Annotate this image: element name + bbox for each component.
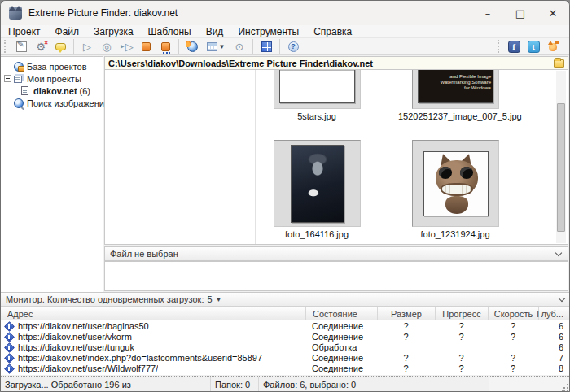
table-row[interactable]: https://diakov.net/user/vkorm Соединение… bbox=[1, 331, 570, 342]
thumbnail-image bbox=[291, 145, 344, 223]
thumbnail-foto-1231924[interactable]: foto_1231924.jpg bbox=[412, 140, 499, 239]
project-doc-icon bbox=[21, 86, 28, 95]
menu-templates[interactable]: Шаблоны bbox=[141, 26, 199, 37]
toolbar: ⚙× ▷ ◎ ‣▷ ▼ ⊙ ? f t bbox=[1, 37, 569, 55]
toolbar-separator bbox=[178, 39, 179, 54]
vertical-scrollbar[interactable] bbox=[556, 71, 566, 243]
dropdown-arrow-icon: ▼ bbox=[219, 43, 226, 50]
row-speed: ? bbox=[488, 363, 538, 373]
mascot-icon bbox=[547, 41, 559, 52]
table-row[interactable]: https://diakov.net/user/tunguk Обработка… bbox=[1, 342, 570, 352]
row-depth: 6 bbox=[538, 331, 570, 342]
help-button[interactable]: ? bbox=[283, 38, 303, 54]
app-window: Extreme Picture Finder: diakov.net – □ ✕… bbox=[0, 0, 570, 392]
red-x-badge-icon: × bbox=[44, 39, 48, 46]
column-header-speed[interactable]: Скорость bbox=[488, 307, 538, 320]
tree-item-project-database[interactable]: База проектов bbox=[4, 60, 103, 72]
tree-item-label: Поиск изображений bbox=[27, 98, 109, 108]
maximize-button[interactable]: □ bbox=[504, 1, 537, 25]
comment-bubble-icon bbox=[55, 43, 66, 50]
close-button[interactable]: ✕ bbox=[537, 1, 569, 25]
column-header-size[interactable]: Размер bbox=[377, 307, 435, 320]
table-row[interactable]: https://diakov.net/user/Wildwolf777/ Сое… bbox=[1, 363, 570, 373]
project-count: (6) bbox=[80, 86, 90, 96]
thumbnails-view-button[interactable] bbox=[256, 38, 276, 54]
menu-tools[interactable]: Инструменты bbox=[230, 26, 306, 37]
tree-item-my-projects[interactable]: Мои проекты bbox=[4, 72, 103, 85]
stop-all-button[interactable] bbox=[156, 38, 175, 54]
resize-grip[interactable] bbox=[562, 384, 569, 391]
collapse-expander[interactable] bbox=[4, 75, 11, 82]
facebook-button[interactable]: f bbox=[504, 38, 524, 54]
menu-file[interactable]: Файл bbox=[48, 26, 87, 37]
monitor-table: https://diakov.net/user/baginas50 Соедин… bbox=[1, 320, 570, 375]
menu-project[interactable]: Проект bbox=[1, 26, 48, 37]
file-info-header[interactable]: Файл не выбран bbox=[104, 246, 568, 261]
row-depth: 7 bbox=[538, 352, 570, 363]
row-size: ? bbox=[377, 363, 435, 373]
menu-view[interactable]: Вид bbox=[199, 26, 231, 37]
stop-all-icon bbox=[161, 42, 170, 51]
downloads-count-dropdown-icon[interactable]: ▼ bbox=[216, 296, 222, 303]
concurrent-downloads-value[interactable]: 5 bbox=[207, 294, 212, 304]
tree-item-label: diakov.net bbox=[33, 86, 77, 96]
tree-item-image-search[interactable]: Поиск изображений bbox=[4, 97, 103, 109]
table-row[interactable]: https://diakov.net/user/baginas50 Соедин… bbox=[1, 320, 570, 331]
project-settings-button[interactable]: ⚙× bbox=[31, 38, 50, 54]
menu-download[interactable]: Загрузка bbox=[86, 26, 141, 37]
row-state: Соединение bbox=[305, 352, 377, 363]
view-mode-dropdown[interactable]: ▼ bbox=[202, 38, 230, 54]
row-size: ? bbox=[377, 331, 435, 342]
thumbnail-filename: 5stars.jpg bbox=[260, 111, 374, 121]
continue-download-button[interactable]: ‣▷ bbox=[116, 38, 136, 54]
thumbnail-1520251237[interactable]: and Flexible Image Watermarking Software… bbox=[412, 70, 499, 121]
chevron-down-icon[interactable] bbox=[559, 294, 565, 301]
chevron-down-icon[interactable] bbox=[555, 249, 562, 255]
monitor-label: Монитор. Количество одновременных загруз… bbox=[6, 294, 204, 304]
comments-button[interactable] bbox=[50, 38, 70, 54]
row-url: https://diakov.net/user/tunguk bbox=[18, 342, 134, 352]
thumbnail-foto-164116[interactable]: foto_164116.jpg bbox=[274, 140, 361, 239]
globe-flame-icon bbox=[187, 41, 198, 52]
project-database-icon bbox=[14, 62, 24, 72]
table-view-icon bbox=[207, 42, 217, 51]
row-size bbox=[377, 342, 435, 352]
new-project-button[interactable] bbox=[11, 38, 31, 54]
row-size: ? bbox=[377, 320, 435, 331]
downloaded-files-panel[interactable]: 5stars.jpg and Flexible Image Watermarki… bbox=[104, 70, 568, 245]
new-project-icon bbox=[16, 41, 27, 52]
column-header-progress[interactable]: Прогресс bbox=[435, 307, 488, 320]
monitor-header[interactable]: Монитор. Количество одновременных загруз… bbox=[1, 292, 570, 307]
column-header-depth[interactable]: Глуб... bbox=[538, 307, 570, 320]
thumbnail-image bbox=[279, 70, 355, 103]
url-link-icon bbox=[5, 364, 13, 372]
open-folder-icon[interactable] bbox=[554, 59, 564, 68]
tree-item-diakov-net[interactable]: diakov.net (6) bbox=[4, 85, 103, 97]
browser-button[interactable] bbox=[182, 38, 202, 54]
column-header-state[interactable]: Состояние bbox=[305, 307, 377, 320]
url-link-icon bbox=[5, 354, 13, 362]
row-progress: ? bbox=[435, 352, 488, 363]
restart-download-button[interactable]: ◎ bbox=[97, 38, 116, 54]
toolbar-grab-handle[interactable] bbox=[4, 40, 7, 53]
table-row[interactable]: https://diakov.net/index.php?do=lastcomm… bbox=[1, 352, 570, 363]
row-speed: ? bbox=[488, 320, 538, 331]
menu-help[interactable]: Справка bbox=[306, 26, 359, 37]
autosave-button[interactable]: ⊙ bbox=[230, 38, 249, 54]
start-download-button[interactable]: ▷ bbox=[77, 38, 97, 54]
mascot-button[interactable] bbox=[543, 38, 563, 54]
column-header-address[interactable]: Адрес bbox=[1, 307, 305, 320]
thumbnail-5stars[interactable]: 5stars.jpg bbox=[274, 70, 361, 121]
project-tree: База проектов Мои проекты diakov.net (6)… bbox=[1, 56, 103, 292]
scrollbar-thumb[interactable] bbox=[557, 103, 565, 232]
minimize-button[interactable]: – bbox=[471, 1, 504, 25]
facebook-icon: f bbox=[508, 41, 520, 53]
row-url: https://diakov.net/index.php?do=lastcomm… bbox=[18, 353, 262, 363]
file-info-label: Файл не выбран bbox=[110, 249, 178, 259]
row-url: https://diakov.net/user/baginas50 bbox=[18, 321, 149, 331]
image-search-icon bbox=[14, 98, 24, 108]
twitter-button[interactable]: t bbox=[524, 38, 543, 54]
monitor-table-header: Адрес Состояние Размер Прогресс Скорость… bbox=[1, 307, 570, 320]
stop-download-button[interactable] bbox=[136, 38, 156, 54]
row-url: https://diakov.net/user/vkorm bbox=[18, 332, 132, 342]
